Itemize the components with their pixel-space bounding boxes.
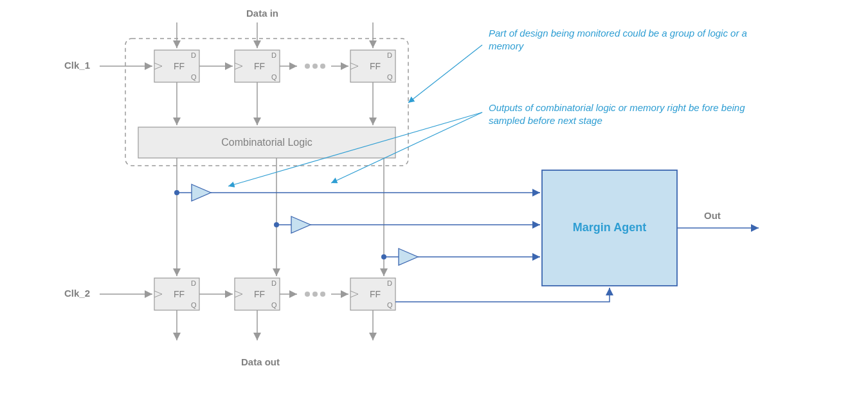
ff-Q-label: Q <box>191 301 197 309</box>
ff-label: FF <box>254 61 265 71</box>
ff-Q-label: Q <box>387 301 393 309</box>
ff-label: FF <box>174 289 185 299</box>
ellipsis-dot-icon <box>312 64 318 69</box>
caption-outputs: Outputs of combinatorial logic or memory… <box>489 101 759 128</box>
comb-logic-label: Combinatorial Logic <box>221 137 312 148</box>
ff-label: FF <box>254 289 265 299</box>
ff-top-2: FF D Q <box>235 50 280 82</box>
margin-agent-label: Margin Agent <box>573 221 646 234</box>
ff-D-label: D <box>271 51 276 59</box>
data-in-label: Data in <box>246 8 278 19</box>
clk2-label: Clk_2 <box>64 288 90 299</box>
ff-bot-3: FF D Q <box>350 278 395 310</box>
ff-D-label: D <box>387 279 392 287</box>
ellipsis-dot-icon <box>305 64 310 69</box>
ff-Q-label: Q <box>271 73 277 81</box>
ff-top-1: FF D Q <box>154 50 199 82</box>
ff-label: FF <box>174 61 185 71</box>
data-out-label: Data out <box>241 356 280 367</box>
ellipsis-dot-icon <box>320 292 325 297</box>
buffer-icon <box>192 184 211 201</box>
diagram-canvas: FF D Q FF D Q FF D Q Combinatorial Logic <box>0 0 868 411</box>
caption1-leader <box>408 45 482 103</box>
ff-Q-label: Q <box>271 301 277 309</box>
ff-bot-1: FF D Q <box>154 278 199 310</box>
caption-monitored-group: Part of design being monitored could be … <box>489 27 759 53</box>
ellipsis-dot-icon <box>320 64 325 69</box>
ff-D-label: D <box>191 51 196 59</box>
ff-bot-out-to-agent <box>395 288 610 302</box>
ff-label: FF <box>370 61 381 71</box>
out-label: Out <box>704 210 721 221</box>
ff-label: FF <box>370 289 381 299</box>
clk1-label: Clk_1 <box>64 60 90 71</box>
ff-bot-2: FF D Q <box>235 278 280 310</box>
ff-D-label: D <box>387 51 392 59</box>
ellipsis-dot-icon <box>305 292 310 297</box>
buffer-icon <box>291 216 311 233</box>
ff-top-3: FF D Q <box>350 50 395 82</box>
ff-Q-label: Q <box>387 73 393 81</box>
ff-Q-label: Q <box>191 73 197 81</box>
ff-D-label: D <box>191 279 196 287</box>
ellipsis-dot-icon <box>312 292 318 297</box>
ff-D-label: D <box>271 279 276 287</box>
buffer-icon <box>399 249 418 265</box>
